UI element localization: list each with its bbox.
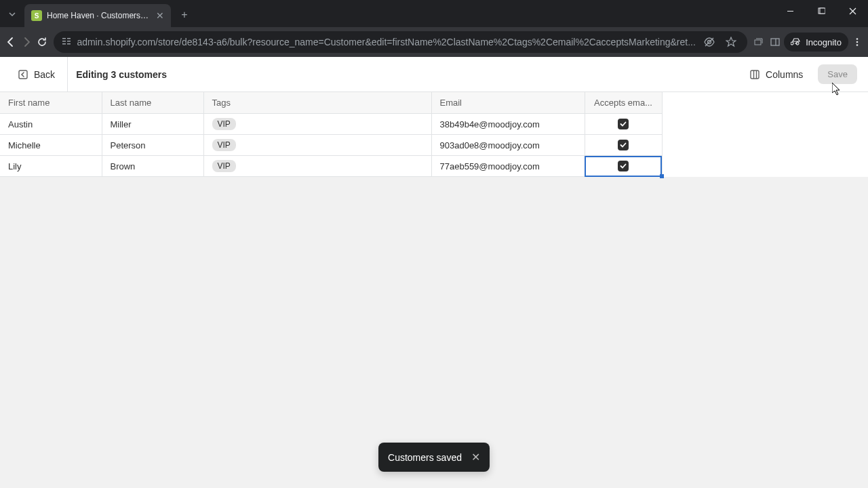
tab-title: Home Haven · Customers · Sho — [47, 11, 150, 20]
table-header-row: First name Last name Tags Email Accepts … — [0, 92, 662, 114]
site-settings-icon[interactable] — [62, 37, 71, 48]
browser-menu-icon[interactable] — [851, 31, 864, 53]
table-row: AustinMillerVIP38b49b4e@moodjoy.com — [0, 114, 662, 135]
svg-rect-19 — [19, 70, 27, 79]
close-window-button[interactable] — [837, 0, 868, 22]
svg-point-16 — [856, 38, 859, 40]
cell-last-name[interactable]: Miller — [102, 114, 203, 135]
cell-first-name[interactable]: Michelle — [0, 135, 102, 156]
forward-nav-button[interactable] — [20, 31, 33, 53]
save-button[interactable]: Save — [818, 64, 857, 84]
column-email[interactable]: Email — [431, 92, 585, 114]
columns-label: Columns — [766, 69, 803, 80]
side-panel-icon[interactable] — [768, 31, 781, 53]
svg-point-18 — [856, 44, 859, 46]
cell-last-name[interactable]: Peterson — [102, 135, 203, 156]
tab-search-dropdown[interactable] — [0, 3, 24, 26]
new-tab-button[interactable]: + — [175, 5, 194, 24]
checkbox-checked-icon — [618, 161, 629, 171]
media-control-icon[interactable] — [753, 31, 766, 53]
cell-first-name[interactable]: Lily — [0, 156, 102, 177]
column-tags[interactable]: Tags — [203, 92, 431, 114]
column-first-name[interactable]: First name — [0, 92, 102, 114]
toast-notification: Customers saved ✕ — [378, 443, 490, 472]
cell-first-name[interactable]: Austin — [0, 114, 102, 135]
svg-rect-2 — [820, 8, 825, 14]
cell-tags[interactable]: VIP — [203, 156, 431, 177]
cell-email[interactable]: 77aeb559@moodjoy.com — [431, 156, 585, 177]
page-title: Editing 3 customers — [76, 69, 167, 80]
svg-point-17 — [856, 41, 859, 43]
cell-tags[interactable]: VIP — [203, 135, 431, 156]
back-button[interactable]: Back — [11, 65, 62, 84]
reload-button[interactable] — [35, 31, 48, 53]
incognito-label: Incognito — [806, 37, 842, 47]
checkbox-checked-icon — [618, 140, 629, 150]
tag-pill: VIP — [212, 160, 236, 172]
columns-icon — [749, 69, 760, 80]
bookmark-star-icon[interactable] — [723, 37, 739, 47]
incognito-badge[interactable]: Incognito — [784, 33, 848, 52]
header-divider — [67, 57, 68, 92]
cell-email[interactable]: 903ad0e8@moodjoy.com — [431, 135, 585, 156]
shopify-favicon: S — [31, 10, 42, 21]
checkbox-checked-icon — [618, 119, 629, 129]
eye-off-icon[interactable] — [701, 36, 717, 48]
toast-close-icon[interactable]: ✕ — [471, 451, 480, 464]
column-last-name[interactable]: Last name — [102, 92, 203, 114]
url-text: admin.shopify.com/store/de8143-a6/bulk?r… — [77, 37, 696, 47]
back-nav-button[interactable] — [4, 31, 17, 53]
window-controls — [774, 0, 868, 22]
maximize-button[interactable] — [806, 0, 837, 22]
browser-titlebar: S Home Haven · Customers · Sho ✕ + — [0, 0, 868, 27]
svg-rect-6 — [67, 38, 71, 39]
svg-rect-10 — [67, 43, 71, 45]
address-bar[interactable]: admin.shopify.com/store/de8143-a6/bulk?r… — [54, 31, 747, 53]
svg-rect-20 — [751, 70, 759, 79]
toast-message: Customers saved — [388, 452, 462, 463]
cell-email[interactable]: 38b49b4e@moodjoy.com — [431, 114, 585, 135]
svg-rect-5 — [62, 38, 66, 39]
table-row: LilyBrownVIP77aeb559@moodjoy.com — [0, 156, 662, 177]
close-tab-icon[interactable]: ✕ — [155, 10, 165, 21]
svg-rect-8 — [67, 41, 71, 42]
table-row: MichellePetersonVIP903ad0e8@moodjoy.com — [0, 135, 662, 156]
browser-toolbar: admin.shopify.com/store/de8143-a6/bulk?r… — [0, 27, 868, 57]
back-label: Back — [34, 69, 55, 80]
tag-pill: VIP — [212, 139, 236, 151]
svg-rect-9 — [62, 43, 66, 45]
browser-tab[interactable]: S Home Haven · Customers · Sho ✕ — [24, 4, 171, 27]
incognito-icon — [791, 37, 802, 47]
cell-tags[interactable]: VIP — [203, 114, 431, 135]
cell-accepts-email[interactable] — [585, 135, 662, 156]
svg-rect-14 — [771, 39, 779, 45]
svg-rect-13 — [755, 40, 761, 45]
app-header: Back Editing 3 customers Columns Save — [0, 57, 868, 92]
minimize-button[interactable] — [774, 0, 806, 22]
column-accepts-email[interactable]: Accepts ema... — [585, 92, 662, 114]
tag-pill: VIP — [212, 118, 236, 130]
svg-rect-7 — [62, 41, 66, 42]
cell-accepts-email[interactable] — [585, 114, 662, 135]
cell-accepts-email[interactable] — [585, 156, 662, 177]
columns-button[interactable]: Columns — [743, 65, 810, 84]
cell-last-name[interactable]: Brown — [102, 156, 203, 177]
back-arrow-icon — [18, 69, 28, 80]
bulk-edit-table: First name Last name Tags Email Accepts … — [0, 92, 868, 177]
